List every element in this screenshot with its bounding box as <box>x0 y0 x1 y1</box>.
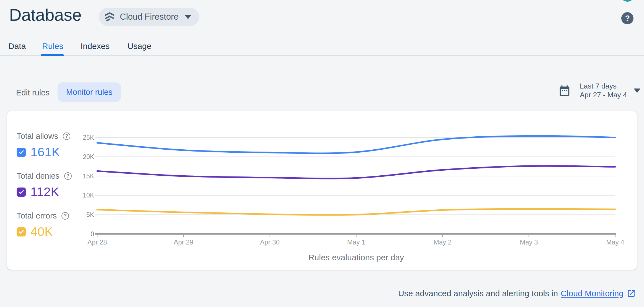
cloud-monitoring-link[interactable]: Cloud Monitoring <box>561 289 624 298</box>
firestore-icon <box>104 11 115 23</box>
external-link-icon <box>627 289 636 298</box>
svg-text:May 3: May 3 <box>520 238 538 246</box>
svg-text:15K: 15K <box>83 173 94 180</box>
calendar-icon <box>558 84 571 97</box>
question-mark-glyph: ? <box>625 14 630 23</box>
svg-text:May 2: May 2 <box>434 238 452 246</box>
active-tab-underline <box>41 54 64 56</box>
tab-usage[interactable]: Usage <box>127 41 151 51</box>
rules-evaluation-card: Total allows ? 161K Total denies ? 112K … <box>7 111 637 270</box>
product-selector[interactable]: Cloud Firestore <box>99 8 199 26</box>
footer-note: Use advanced analysis and alerting tools… <box>398 289 636 298</box>
svg-text:May 4: May 4 <box>606 238 624 246</box>
date-range-label: Last 7 days Apr 27 - May 4 <box>580 82 627 99</box>
date-range-selector[interactable]: Last 7 days Apr 27 - May 4 <box>558 82 640 99</box>
edit-rules-button[interactable]: Edit rules <box>16 88 50 97</box>
svg-text:May 1: May 1 <box>347 238 365 246</box>
svg-text:25K: 25K <box>83 134 94 141</box>
date-range-line1: Last 7 days <box>580 82 627 91</box>
monitor-rules-button[interactable]: Monitor rules <box>58 82 121 102</box>
help-button[interactable]: ? <box>621 12 633 24</box>
avatar[interactable] <box>620 0 635 2</box>
tab-divider <box>0 55 644 56</box>
svg-text:Apr 29: Apr 29 <box>174 238 193 246</box>
product-selector-label: Cloud Firestore <box>120 12 179 22</box>
svg-text:20K: 20K <box>83 153 94 160</box>
date-range-line2: Apr 27 - May 4 <box>580 91 627 100</box>
rules-evaluations-chart: 05K10K15K20K25KApr 28Apr 29Apr 30May 1Ma… <box>7 111 637 270</box>
chevron-down-icon <box>634 89 640 93</box>
svg-text:10K: 10K <box>83 192 94 199</box>
svg-text:Apr 30: Apr 30 <box>260 238 280 246</box>
tab-rules[interactable]: Rules <box>42 41 63 51</box>
svg-text:5K: 5K <box>86 211 94 218</box>
tab-indexes[interactable]: Indexes <box>81 41 110 51</box>
chart-caption: Rules evaluations per day <box>97 253 615 262</box>
page-title: Database <box>9 5 81 25</box>
svg-text:0: 0 <box>91 230 94 238</box>
svg-text:Apr 28: Apr 28 <box>87 238 107 246</box>
tab-data[interactable]: Data <box>8 41 26 51</box>
chevron-down-icon <box>185 15 191 19</box>
footer-text: Use advanced analysis and alerting tools… <box>398 289 558 298</box>
